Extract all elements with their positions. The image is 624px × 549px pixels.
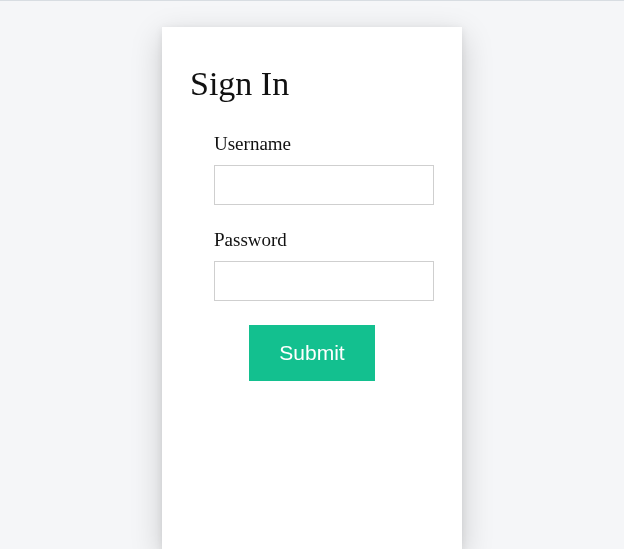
username-field-group: Username (214, 133, 434, 205)
form-fields: Username Password (190, 133, 434, 301)
username-label: Username (214, 133, 434, 155)
page-title: Sign In (190, 65, 434, 103)
password-input[interactable] (214, 261, 434, 301)
submit-button[interactable]: Submit (249, 325, 374, 381)
form-actions: Submit (190, 325, 434, 381)
password-label: Password (214, 229, 434, 251)
username-input[interactable] (214, 165, 434, 205)
password-field-group: Password (214, 229, 434, 301)
signin-card: Sign In Username Password Submit (162, 27, 462, 549)
